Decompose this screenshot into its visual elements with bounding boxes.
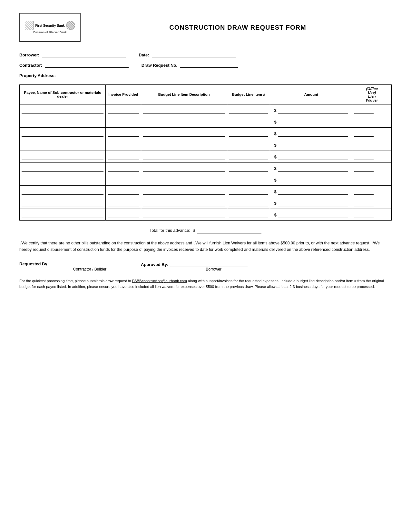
cell-budget-desc-5[interactable] xyxy=(141,163,227,174)
cell-budget-num-7[interactable] xyxy=(227,186,270,197)
table-row: $ xyxy=(20,116,392,128)
cell-budget-desc-9[interactable] xyxy=(141,209,227,221)
cell-budget-desc-2[interactable] xyxy=(141,128,227,139)
amount-line-7[interactable] xyxy=(278,188,348,195)
amount-line-8[interactable] xyxy=(278,200,348,206)
cell-office-5[interactable] xyxy=(352,163,392,174)
cell-office-0[interactable] xyxy=(352,104,392,116)
page-header: First Security Bank Division of Glacier … xyxy=(19,13,392,42)
draw-table: Payee, Name of Sub-contractor or materia… xyxy=(19,84,392,221)
signature-row: Requested By: Contractor / Builder Appro… xyxy=(19,261,392,271)
cell-amount-4[interactable]: $ xyxy=(270,151,352,163)
cell-budget-num-9[interactable] xyxy=(227,209,270,221)
cell-payee-6[interactable] xyxy=(20,174,106,186)
cell-budget-num-6[interactable] xyxy=(227,174,270,186)
bank-logo: First Security Bank Division of Glacier … xyxy=(19,13,81,42)
cell-office-2[interactable] xyxy=(352,128,392,139)
approved-by-block: Approved By: Borrower xyxy=(141,261,248,271)
amount-line-2[interactable] xyxy=(278,130,348,137)
contractor-input[interactable] xyxy=(45,62,129,68)
cell-amount-8[interactable]: $ xyxy=(270,197,352,209)
borrower-sublabel: Borrower xyxy=(180,267,248,271)
cell-amount-7[interactable]: $ xyxy=(270,186,352,197)
property-input[interactable] xyxy=(58,72,229,78)
cell-budget-num-3[interactable] xyxy=(227,139,270,151)
office-line1: (Office xyxy=(366,87,378,91)
cell-payee-2[interactable] xyxy=(20,128,106,139)
cell-invoice-8[interactable] xyxy=(106,197,141,209)
cell-invoice-0[interactable] xyxy=(106,104,141,116)
cell-payee-0[interactable] xyxy=(20,104,106,116)
date-input[interactable] xyxy=(152,52,236,57)
amount-line-3[interactable] xyxy=(278,142,348,148)
office-line2: Use) xyxy=(368,91,376,94)
footer-text-part1: For the quickest processing time, please… xyxy=(19,279,132,283)
borrower-input[interactable] xyxy=(42,52,126,57)
cell-budget-num-0[interactable] xyxy=(227,104,270,116)
cell-budget-num-4[interactable] xyxy=(227,151,270,163)
contractor-sublabel: Contractor / Builder xyxy=(52,267,128,271)
cell-budget-num-2[interactable] xyxy=(227,128,270,139)
cell-budget-desc-1[interactable] xyxy=(141,116,227,128)
cell-amount-5[interactable]: $ xyxy=(270,163,352,174)
amount-line-9[interactable] xyxy=(278,212,348,218)
cell-payee-3[interactable] xyxy=(20,139,106,151)
amount-line-1[interactable] xyxy=(278,119,348,125)
property-label: Property Address: xyxy=(19,73,56,78)
cell-office-8[interactable] xyxy=(352,197,392,209)
requested-by-input[interactable] xyxy=(51,261,128,266)
footer-email[interactable]: FSBBconstruction@ourbank.com xyxy=(132,279,187,283)
draw-request-label: Draw Request No. xyxy=(142,63,177,68)
cell-amount-1[interactable]: $ xyxy=(270,116,352,128)
cell-budget-desc-6[interactable] xyxy=(141,174,227,186)
cell-invoice-4[interactable] xyxy=(106,151,141,163)
approved-by-input[interactable] xyxy=(170,261,248,267)
amount-line-5[interactable] xyxy=(278,165,348,172)
cell-budget-desc-0[interactable] xyxy=(141,104,227,116)
cell-office-7[interactable] xyxy=(352,186,392,197)
cell-invoice-6[interactable] xyxy=(106,174,141,186)
cell-payee-9[interactable] xyxy=(20,209,106,221)
cell-budget-desc-3[interactable] xyxy=(141,139,227,151)
cell-amount-0[interactable]: $ xyxy=(270,104,352,116)
property-row: Property Address: xyxy=(19,72,392,78)
cell-invoice-7[interactable] xyxy=(106,186,141,197)
cell-budget-desc-7[interactable] xyxy=(141,186,227,197)
cell-budget-desc-8[interactable] xyxy=(141,197,227,209)
requested-by-block: Requested By: Contractor / Builder xyxy=(19,261,128,271)
cell-payee-7[interactable] xyxy=(20,186,106,197)
cell-payee-4[interactable] xyxy=(20,151,106,163)
office-line3: Lien xyxy=(368,94,376,98)
cell-office-4[interactable] xyxy=(352,151,392,163)
cell-invoice-5[interactable] xyxy=(106,163,141,174)
dollar-sign-0: $ xyxy=(274,108,276,113)
cell-office-1[interactable] xyxy=(352,116,392,128)
cell-invoice-3[interactable] xyxy=(106,139,141,151)
total-dollar: $ xyxy=(193,228,195,233)
cell-invoice-9[interactable] xyxy=(106,209,141,221)
cell-budget-desc-4[interactable] xyxy=(141,151,227,163)
dollar-sign-8: $ xyxy=(274,201,276,206)
cell-invoice-2[interactable] xyxy=(106,128,141,139)
cell-payee-5[interactable] xyxy=(20,163,106,174)
draw-request-input[interactable] xyxy=(180,62,238,68)
amount-line-6[interactable] xyxy=(278,177,348,183)
dollar-sign-1: $ xyxy=(274,120,276,125)
cell-office-6[interactable] xyxy=(352,174,392,186)
cell-budget-num-5[interactable] xyxy=(227,163,270,174)
cell-amount-2[interactable]: $ xyxy=(270,128,352,139)
cell-amount-3[interactable]: $ xyxy=(270,139,352,151)
cell-invoice-1[interactable] xyxy=(106,116,141,128)
amount-line-4[interactable] xyxy=(278,153,348,160)
cell-office-9[interactable] xyxy=(352,209,392,221)
cell-amount-6[interactable]: $ xyxy=(270,174,352,186)
cell-payee-1[interactable] xyxy=(20,116,106,128)
cell-budget-num-1[interactable] xyxy=(227,116,270,128)
total-amount-input[interactable] xyxy=(197,227,261,233)
cell-amount-9[interactable]: $ xyxy=(270,209,352,221)
cell-payee-8[interactable] xyxy=(20,197,106,209)
cell-office-3[interactable] xyxy=(352,139,392,151)
table-row: $ xyxy=(20,163,392,174)
amount-line-0[interactable] xyxy=(278,107,348,113)
cell-budget-num-8[interactable] xyxy=(227,197,270,209)
